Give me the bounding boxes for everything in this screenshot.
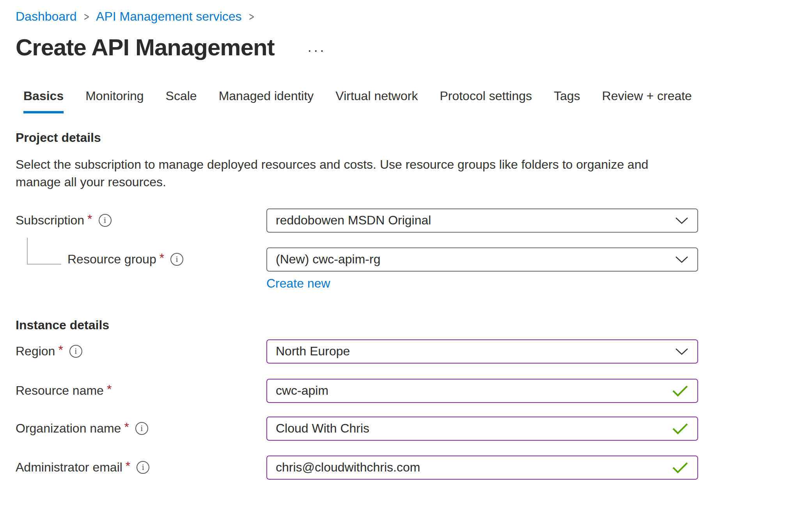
breadcrumb-separator-icon: > (249, 10, 254, 23)
organization-name-row: Organization name * i (16, 417, 796, 441)
tab-monitoring[interactable]: Monitoring (85, 89, 144, 113)
resource-group-value: (New) cwc-apim-rg (276, 252, 380, 267)
subscription-field-cell: reddobowen MSDN Original (266, 208, 698, 233)
required-asterisk: * (124, 420, 129, 434)
region-row: Region * i North Europe (16, 339, 796, 364)
administrator-email-row: Administrator email * i (16, 456, 796, 480)
info-icon[interactable]: i (137, 461, 149, 474)
organization-name-label-cell: Organization name * i (16, 421, 266, 436)
resource-name-field-cell (266, 379, 698, 403)
tab-basics[interactable]: Basics (23, 89, 64, 113)
resource-group-dropdown[interactable]: (New) cwc-apim-rg (266, 247, 698, 272)
resource-group-label: Resource group (67, 252, 156, 267)
region-value: North Europe (276, 344, 350, 358)
tab-scale[interactable]: Scale (166, 89, 197, 113)
resource-name-label: Resource name (16, 383, 104, 398)
administrator-email-label: Administrator email (16, 460, 122, 475)
subscription-label-cell: Subscription * i (16, 213, 266, 228)
breadcrumb-api-management-services-link[interactable]: API Management services (96, 9, 242, 24)
tab-tags[interactable]: Tags (554, 89, 580, 113)
tab-protocol-settings[interactable]: Protocol settings (440, 89, 532, 113)
required-asterisk: * (58, 343, 63, 357)
instance-details-heading: Instance details (16, 318, 796, 332)
breadcrumb: Dashboard > API Management services > (16, 9, 796, 24)
region-label-cell: Region * i (16, 344, 266, 358)
required-asterisk: * (126, 459, 130, 473)
organization-name-input[interactable] (266, 417, 698, 441)
region-label: Region (16, 344, 55, 358)
subscription-row: Subscription * i reddobowen MSDN Origina… (16, 208, 796, 233)
info-icon[interactable]: i (99, 214, 112, 227)
resource-group-row: Resource group * i (New) cwc-apim-rg (16, 247, 796, 272)
subscription-label: Subscription (16, 213, 84, 228)
project-details-heading: Project details (16, 131, 796, 145)
region-dropdown[interactable]: North Europe (266, 339, 698, 364)
breadcrumb-separator-icon: > (84, 10, 89, 23)
resource-group-field-cell: (New) cwc-apim-rg (266, 247, 698, 272)
administrator-email-input[interactable] (266, 456, 698, 480)
required-asterisk: * (107, 382, 112, 397)
chevron-down-icon (675, 217, 689, 224)
page-title: Create API Management (16, 34, 275, 61)
breadcrumb-dashboard-link[interactable]: Dashboard (16, 9, 77, 24)
chevron-down-icon (675, 348, 689, 355)
chevron-down-icon (675, 256, 689, 263)
create-new-link[interactable]: Create new (266, 276, 330, 291)
create-new-cell: Create new (266, 276, 698, 291)
region-field-cell: North Europe (266, 339, 698, 364)
tab-bar: Basics Monitoring Scale Managed identity… (23, 89, 796, 113)
info-icon[interactable]: i (135, 422, 148, 435)
hierarchy-connector-line (27, 238, 61, 265)
resource-group-label-cell: Resource group * i (16, 252, 266, 267)
organization-name-field-cell (266, 417, 698, 441)
more-options-button[interactable]: ··· (307, 38, 326, 57)
tab-virtual-network[interactable]: Virtual network (335, 89, 418, 113)
required-asterisk: * (87, 212, 92, 226)
create-api-management-page: Dashboard > API Management services > Cr… (0, 0, 812, 480)
valid-check-icon (672, 422, 689, 435)
administrator-email-label-cell: Administrator email * i (16, 460, 266, 475)
info-icon[interactable]: i (69, 345, 82, 358)
valid-check-icon (672, 385, 689, 397)
subscription-dropdown[interactable]: reddobowen MSDN Original (266, 208, 698, 233)
resource-name-row: Resource name * (16, 379, 796, 403)
title-row: Create API Management ··· (16, 34, 796, 61)
project-details-description: Select the subscription to manage deploy… (16, 156, 679, 191)
valid-check-icon (672, 461, 689, 474)
subscription-value: reddobowen MSDN Original (276, 213, 431, 228)
info-icon[interactable]: i (170, 253, 183, 266)
tab-managed-identity[interactable]: Managed identity (219, 89, 314, 113)
resource-name-input[interactable] (266, 379, 698, 403)
create-new-row: Create new (16, 276, 796, 291)
resource-name-label-cell: Resource name * (16, 383, 266, 398)
organization-name-label: Organization name (16, 421, 121, 436)
required-asterisk: * (160, 251, 164, 265)
administrator-email-field-cell (266, 456, 698, 480)
tab-review-create[interactable]: Review + create (602, 89, 692, 113)
